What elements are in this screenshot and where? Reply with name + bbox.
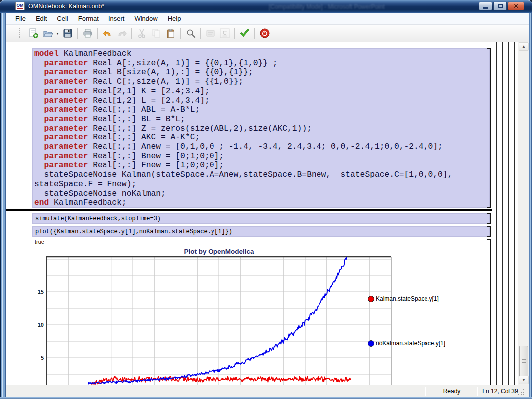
toolbar-separator [254,28,255,39]
cut-button[interactable] [134,27,149,40]
legend-label-kalman: Kalman.stateSpace.y[1] [376,295,439,302]
om-logo-icon: OM [15,2,25,10]
window-border-bottom [0,397,532,399]
redo-button[interactable] [114,27,129,40]
new-document-button[interactable] [26,27,40,40]
search-icon [185,28,196,39]
code-line: parameter Real[:,:] Fnew = [1;0;0;0]; [34,161,489,170]
plot-command-cell[interactable]: plot({Kalman.stateSpace.y[1],noKalman.st… [32,226,490,237]
close-button[interactable]: ✕ [508,2,524,10]
code-line: stateSpace.F = Fnew); [34,180,489,189]
toolbar-separator [97,28,98,39]
code-line: parameter Real[2,1] K = [2.4;3.4]; [34,87,489,96]
background-window-ghost-text: [Compatibility Mode] - Microsoft PowerPo… [269,3,385,10]
svg-text:5: 5 [41,355,44,361]
simulate-cell-bracket[interactable] [487,213,491,224]
search-button[interactable] [183,27,198,40]
group-cell-line[interactable] [496,42,497,385]
legend-label-nokalman: noKalman.stateSpace.y[1] [376,340,445,347]
legend-dot-blue-icon [368,340,374,347]
maximize-button[interactable] [493,2,507,10]
paste-button[interactable] [163,27,178,40]
cell-cursor-line[interactable] [6,209,492,211]
evaluate-button[interactable] [237,27,252,40]
vertical-scrollbar[interactable]: ▲ ▼ [518,42,529,385]
code-line: parameter Real[:,:] Z = zeros(size(ABL,2… [34,124,489,133]
print-icon [82,28,93,39]
save-button[interactable] [60,27,75,40]
menu-item-window[interactable]: Window [129,13,162,24]
menu-item-format[interactable]: Format [73,13,104,24]
scroll-up-button[interactable]: ▲ [519,42,529,51]
cut-icon [136,28,147,39]
insert-image-button[interactable] [203,27,217,40]
group-cell-line[interactable] [502,42,503,385]
plot-cell-bracket[interactable] [487,226,491,237]
output-cell-bracket[interactable] [487,239,491,385]
code-line: model KalmanFeedback [34,49,489,59]
simulate-command-cell[interactable]: simulate(KalmanFeedback,stopTime=3) [32,213,490,224]
arrow-down-icon: ▼ [522,378,526,382]
status-cursor-position: Ln 12, Col 39 [478,388,522,395]
print-button[interactable] [80,27,95,40]
svg-text:U: U [223,30,227,36]
toolbar-separator [180,28,181,39]
menu-item-file[interactable]: File [10,13,31,24]
status-ready-text: Ready [427,388,477,395]
code-line: parameter Real B[size(A, 1),:] = {{0},{1… [34,68,489,77]
title-bar[interactable]: [Compatibility Mode] - Microsoft PowerPo… [0,0,532,13]
stop-button[interactable] [257,27,272,40]
open-dropdown-button[interactable]: ▾ [55,27,60,40]
statusbar-separator [477,387,477,396]
code-line: parameter Real[:,:] AKC = A-K*C; [34,133,489,142]
menu-item-cell[interactable]: Cell [52,13,73,24]
stop-icon [259,28,270,39]
code-line: parameter Real A[:,size(A, 1)] = {{0,1},… [34,59,489,68]
code-line: stateSpaceNoise Kalman(stateSpace.A=Anew… [34,170,489,180]
save-icon [62,28,73,39]
statusbar-separator [425,387,425,396]
status-bar: Ready Ln 12, Col 39 [6,385,529,397]
group-cell-line[interactable] [508,42,509,385]
scrollbar-thumb[interactable] [519,346,528,377]
menu-item-insert[interactable]: Insert [104,13,130,24]
copy-button[interactable] [149,27,163,40]
insert-image-icon [205,28,216,39]
menu-item-edit[interactable]: Edit [31,13,52,24]
code-line: end KalmanFeedback; [34,198,489,208]
code-line: parameter Real[:,:] Bnew = [0;1;0;0]; [34,152,489,161]
undo-button[interactable] [100,27,114,40]
window-border-right [529,13,532,399]
scroll-down-button[interactable]: ▼ [519,376,529,384]
resize-grip[interactable] [518,389,525,396]
underline-button[interactable]: U [217,27,232,40]
maximize-icon [498,4,503,8]
paste-icon [165,28,176,39]
legend-item-kalman: Kalman.stateSpace.y[1] [368,295,439,302]
evaluate-icon [239,28,251,39]
code-line: parameter Real C[:,size(A, 1)] = {{1,0}}… [34,77,489,87]
legend-item-nokalman: noKalman.stateSpace.y[1] [368,340,445,347]
window-controls: ✕ [479,2,524,10]
toolbar-grip[interactable] [19,28,21,38]
code-cell-bracket[interactable] [487,48,491,208]
chevron-down-icon: ▾ [56,31,58,36]
toolbar-separator [234,28,235,39]
model-code-cell[interactable]: model KalmanFeedback parameter Real A[:,… [32,48,490,208]
menu-item-help[interactable]: Help [163,13,186,24]
group-cell-line[interactable] [514,42,515,385]
code-line: parameter Real[:,:] BL = B*L; [34,115,489,124]
minimize-icon [483,7,488,9]
copy-icon [151,28,162,39]
code-line: parameter Real[:,:] Anew = [0,1,0,0 ; -1… [34,142,489,152]
toolbar-separator [77,28,78,39]
open-button[interactable] [40,27,55,40]
undo-icon [102,28,113,39]
command-output-text: true [35,239,44,245]
minimize-button[interactable] [479,2,492,10]
toolbar-separator [200,28,201,39]
legend-dot-red-icon [368,296,374,302]
redo-icon [116,28,127,39]
svg-text:15: 15 [38,289,44,295]
toolbar: ▾U [6,25,529,42]
